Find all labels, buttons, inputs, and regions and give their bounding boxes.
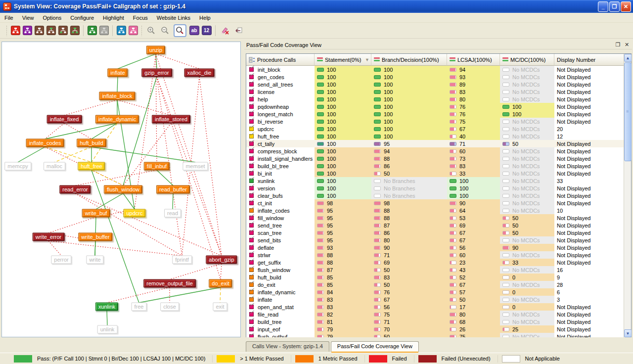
menu-options[interactable]: Options [38,14,66,22]
graph-node-perror[interactable]: perror [51,256,71,264]
minimize-button[interactable]: _ [598,1,608,12]
table-row[interactable]: inflate_codes958864No MCDCs10 [246,207,624,214]
graph-node-updcrc[interactable]: updcrc [123,209,145,218]
callgraph-pink-icon[interactable] [129,26,138,35]
graph-node-inflate_fixed[interactable]: inflate_fixed [47,115,82,124]
graph-node-inflate[interactable]: inflate [107,69,128,77]
zoom-select-icon[interactable] [174,24,186,37]
callgraph-brown-green2-icon[interactable] [58,26,68,35]
table-row[interactable]: huft_free10010040No MCDCs12 [246,133,624,140]
callgraph-green-icon[interactable] [88,26,97,35]
scroll-up-icon[interactable]: ▲ [624,54,632,62]
menu-highlight[interactable]: Highlight [98,14,129,22]
table-row[interactable]: license10010083No MCDCsNot Displayed [246,88,624,95]
table-row[interactable]: clear_bufs100No Branches100No MCDCsNot D… [246,192,624,199]
tab-calls-view-system-gzip-1-4[interactable]: Calls View - System: gzip-1.4 [246,341,329,352]
graph-node-read[interactable]: read [164,209,181,218]
graph-node-write_error[interactable]: write_error [33,233,65,241]
table-row[interactable]: updcrc10010067No MCDCs20 [246,125,624,133]
vertical-scrollbar[interactable]: ▲ ▼ [624,54,631,337]
table-row[interactable]: gen_codes10010093No MCDCsNot Displayed [246,73,624,81]
graph-node-xunlink[interactable]: xunlink [95,303,118,311]
table-row[interactable]: flush_window875043No MCDCs16 [246,266,624,273]
graph-node-huft_free[interactable]: huft_free [78,162,105,171]
menu-file[interactable]: File [0,14,18,22]
callgraph-red-icon[interactable] [11,26,20,35]
close-panel-icon[interactable]: ✕ [623,42,631,48]
close-button[interactable]: ✕ [621,1,631,12]
graph-node-malloc[interactable]: malloc [44,162,65,171]
column-header-mcdc[interactable]: MC/DC(100%) [500,54,554,66]
graph-node-huft_build[interactable]: huft_build [77,139,106,147]
callgraph-brown-green3-icon[interactable] [70,26,80,35]
float-panel-icon[interactable]: ❐ [614,42,622,48]
table-row[interactable]: help10010080No MCDCsNot Displayed [246,95,624,103]
scrollbar-thumb[interactable] [624,62,632,161]
column-header-lcsaj[interactable]: LCSAJ(100%) [447,54,500,66]
graph-node-inflate_dynamic[interactable]: inflate_dynamic [95,115,139,124]
sort-arrow-icon[interactable]: ▼ [365,57,369,62]
table-row[interactable]: flush_outbuf795075No MCDCsNot Displayed [246,333,624,337]
highlighter-icon[interactable] [220,25,230,36]
callgraph-gray-icon[interactable] [99,26,109,35]
menu-view[interactable]: View [18,14,39,22]
table-row[interactable]: send_bits958067No MCDCsNot Displayed [246,236,624,244]
graph-node-fprintf[interactable]: fprintf [172,256,192,264]
graph-node-inflate_block[interactable]: inflate_block [99,92,135,100]
menu-website-links[interactable]: Website Links [152,14,195,22]
zoom-in-icon[interactable] [146,25,157,36]
graph-node-memset[interactable]: memset [182,162,208,171]
restore-button[interactable]: ❐ [609,1,620,12]
table-row[interactable]: pqdownheap10010076100Not Displayed [246,103,624,110]
graph-node-free[interactable]: free [132,303,147,311]
table-row[interactable]: strlwr887160No MCDCsNot Displayed [246,251,624,259]
graph-node-xalloc_die[interactable]: xalloc_die [184,69,215,77]
table-row[interactable]: compress_block1009460No MCDCsNot Display… [246,147,624,155]
callgraph-blue-icon[interactable] [117,26,126,35]
callgraph-brown-icon[interactable] [35,26,44,35]
return-icon[interactable] [233,25,244,36]
graph-node-inflate_codes[interactable]: inflate_codes [26,139,64,147]
table-row[interactable]: input_eof79702625Not Displayed [246,325,624,333]
table-row[interactable]: longest_match10010076100Not Displayed [246,110,624,118]
graph-node-exit[interactable]: exit [213,303,227,311]
table-row[interactable]: build_bl_tree1008683No MCDCsNot Displaye… [246,162,624,170]
callgraph-brown-green1-icon[interactable] [46,26,56,35]
graph-node-read_error[interactable]: read_error [59,185,90,194]
table-row[interactable]: ct_init989890No MCDCsNot Displayed [246,199,624,207]
graph-node-unzip[interactable]: unzip [146,46,165,54]
graph-node-inflate_stored[interactable]: inflate_stored [152,115,190,124]
graph-node-write_buffer[interactable]: write_buffer [78,233,112,241]
scroll-down-icon[interactable]: ▼ [624,329,632,337]
table-row[interactable]: init_block10010094No MCDCsNot Displayed [246,66,624,73]
zoom-out-icon[interactable] [160,25,171,36]
table-row[interactable]: xunlink100No Branches100No MCDCs33 [246,177,624,184]
table-row[interactable]: send_tree95876950Not Displayed [246,222,624,229]
column-header-branch-decision[interactable]: Branch/Decision(100%) [371,54,447,66]
table-row[interactable]: bi_reverse10010075No MCDCsNot Displayed [246,118,624,125]
table-row[interactable]: send_all_trees10010089No MCDCsNot Displa… [246,81,624,88]
table-row[interactable]: scan_tree95866750Not Displayed [246,229,624,236]
label-ab-button[interactable]: ab [189,26,199,35]
graph-node-memcpy[interactable]: memcpy [4,162,31,171]
graph-node-remove_output_file[interactable]: remove_output_file [143,279,196,288]
graph-node-abort_gzip[interactable]: abort_gzip [206,256,237,264]
table-row[interactable]: open_and_stat8356170Not Displayed [246,303,624,311]
table-row[interactable]: file_read827580No MCDCsNot Displayed [246,311,624,318]
toolbar-grip[interactable] [6,25,7,36]
table-row[interactable]: deflate93905690Not Displayed [246,244,624,251]
table-row[interactable]: get_suffix88692333Not Displayed [246,259,624,266]
column-header-procedure-calls[interactable]: Procedure Calls [246,54,315,66]
table-row[interactable]: inflate_dynamic84765706 [246,288,624,296]
table-row[interactable]: install_signal_handlers1008873No MCDCsNo… [246,155,624,162]
label-12-button[interactable]: 12 [202,26,212,35]
graph-node-gzip_error[interactable]: gzip_error [141,69,172,77]
menu-focus[interactable]: Focus [129,14,152,22]
table-row[interactable]: fill_window95885350Not Displayed [246,214,624,222]
graph-node-unlink[interactable]: unlink [97,325,118,334]
graph-node-read_buffer[interactable]: read_buffer [156,185,190,194]
graph-node-fill_inbuf[interactable]: fill_inbuf [144,162,170,171]
menu-help[interactable]: Help [195,14,215,22]
table-row[interactable]: build_tree817168No MCDCsNot Displayed [246,318,624,325]
graph-node-write_buf[interactable]: write_buf [82,209,110,218]
